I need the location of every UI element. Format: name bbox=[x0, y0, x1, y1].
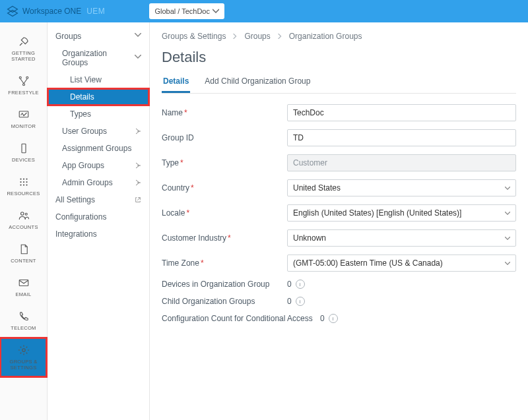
nav-accounts[interactable]: ACCOUNTS bbox=[0, 203, 47, 237]
breadcrumb-item[interactable]: Groups & Settings bbox=[162, 32, 226, 41]
arrow-right-icon bbox=[135, 128, 141, 135]
svg-point-16 bbox=[26, 184, 27, 185]
nav-devices[interactable]: DEVICES bbox=[0, 136, 47, 169]
sidepanel-integrations[interactable]: Integrations bbox=[48, 225, 149, 243]
breadcrumb: Groups & Settings Groups Organization Gr… bbox=[162, 32, 516, 41]
industry-label: Customer Industry* bbox=[162, 233, 287, 243]
topbar: Workspace ONE UEM Global / TechDoc bbox=[0, 0, 528, 22]
nav-getting-started[interactable]: GETTING STARTED bbox=[0, 29, 47, 69]
chevron-right-icon bbox=[232, 34, 238, 39]
sidepanel-app-groups[interactable]: App Groups bbox=[48, 157, 149, 174]
nav-email[interactable]: EMAIL bbox=[0, 270, 47, 304]
config-count-label: Configuration Count for Conditional Acce… bbox=[162, 314, 320, 323]
info-icon[interactable]: i bbox=[296, 280, 305, 289]
gear-icon bbox=[18, 344, 30, 356]
grid-icon bbox=[18, 176, 30, 188]
timezone-select[interactable]: (GMT-05:00) Eastern Time (US & Canada) bbox=[287, 255, 516, 272]
svg-point-8 bbox=[20, 178, 21, 179]
brand-name: Workspace ONE bbox=[22, 7, 81, 16]
breadcrumb-item[interactable]: Organization Groups bbox=[289, 32, 362, 41]
country-select[interactable]: United States bbox=[287, 179, 516, 196]
arrow-right-icon bbox=[135, 179, 141, 186]
svg-point-3 bbox=[26, 76, 28, 78]
org-selector-label: Global / TechDoc bbox=[154, 7, 210, 15]
sidepanel-details[interactable]: Details bbox=[48, 88, 149, 105]
chevron-right-icon bbox=[277, 34, 282, 39]
svg-point-15 bbox=[22, 184, 24, 185]
svg-point-4 bbox=[22, 84, 24, 86]
chevron-down-icon bbox=[213, 8, 219, 15]
device-icon bbox=[18, 142, 30, 154]
nav-freestyle[interactable]: FREESTYLE bbox=[0, 69, 47, 102]
type-field: Customer bbox=[287, 154, 516, 171]
svg-point-18 bbox=[25, 213, 27, 215]
monitor-icon bbox=[18, 109, 30, 121]
svg-rect-6 bbox=[22, 144, 26, 153]
sidepanel-admin-groups[interactable]: Admin Groups bbox=[48, 174, 149, 191]
left-nav-rail: GETTING STARTED FREESTYLE MONITOR DEVICE… bbox=[0, 22, 48, 420]
type-label: Type* bbox=[162, 158, 287, 167]
phone-icon bbox=[18, 311, 30, 322]
accounts-icon bbox=[18, 210, 30, 222]
svg-point-2 bbox=[19, 76, 21, 78]
svg-marker-0 bbox=[8, 7, 18, 13]
sidepanel-configurations[interactable]: Configurations bbox=[48, 208, 149, 225]
svg-point-11 bbox=[20, 181, 21, 183]
name-input[interactable] bbox=[287, 104, 516, 121]
email-icon bbox=[18, 277, 30, 289]
document-icon bbox=[18, 243, 30, 255]
main-content: Groups & Settings Groups Organization Gr… bbox=[150, 22, 528, 420]
group-id-label: Group ID bbox=[162, 133, 287, 142]
svg-point-14 bbox=[20, 184, 21, 185]
group-id-input[interactable] bbox=[287, 129, 516, 146]
rocket-icon bbox=[18, 36, 30, 47]
info-icon[interactable]: i bbox=[329, 314, 338, 323]
svg-point-12 bbox=[22, 181, 24, 183]
sidepanel-list-view[interactable]: List View bbox=[48, 71, 149, 88]
info-icon[interactable]: i bbox=[296, 297, 305, 306]
name-label: Name* bbox=[162, 108, 287, 117]
svg-marker-1 bbox=[8, 11, 18, 16]
child-groups-label: Child Organization Groups bbox=[162, 297, 287, 306]
breadcrumb-item[interactable]: Groups bbox=[244, 32, 270, 41]
svg-rect-5 bbox=[19, 111, 28, 117]
sidepanel-groups[interactable]: Groups bbox=[48, 28, 149, 45]
nav-telecom[interactable]: TELECOM bbox=[0, 304, 47, 338]
child-groups-value: 0 bbox=[287, 297, 292, 306]
arrow-right-icon bbox=[135, 162, 141, 169]
brand: Workspace ONE UEM bbox=[7, 5, 105, 17]
brand-sub: UEM bbox=[86, 7, 105, 16]
sidepanel-all-settings[interactable]: All Settings bbox=[48, 191, 149, 208]
page-title: Details bbox=[162, 49, 516, 66]
locale-select[interactable]: English (United States) [English (United… bbox=[287, 204, 516, 222]
svg-point-13 bbox=[26, 181, 27, 183]
sidepanel-assignment-groups[interactable]: Assignment Groups bbox=[48, 140, 149, 157]
nav-groups-settings[interactable]: GROUPS & SETTINGS bbox=[0, 338, 47, 377]
devices-value: 0 bbox=[287, 280, 292, 289]
sidepanel-user-groups[interactable]: User Groups bbox=[48, 123, 149, 140]
svg-point-10 bbox=[26, 178, 27, 179]
country-label: Country* bbox=[162, 183, 287, 193]
tab-add-child[interactable]: Add Child Organization Group bbox=[203, 73, 312, 93]
nav-resources[interactable]: RESOURCES bbox=[0, 169, 47, 203]
tabs: Details Add Child Organization Group bbox=[162, 73, 516, 94]
flow-icon bbox=[18, 75, 30, 87]
org-selector-dropdown[interactable]: Global / TechDoc bbox=[149, 3, 224, 19]
timezone-label: Time Zone* bbox=[162, 258, 287, 268]
chevron-down-icon bbox=[135, 55, 141, 61]
sidepanel-org-groups[interactable]: Organization Groups bbox=[48, 45, 149, 71]
sidepanel-types[interactable]: Types bbox=[48, 105, 149, 123]
locale-label: Locale* bbox=[162, 208, 287, 218]
svg-point-20 bbox=[22, 349, 25, 352]
chevron-down-icon bbox=[135, 33, 141, 40]
side-panel: Groups Organization Groups List View Det… bbox=[48, 22, 150, 420]
svg-point-17 bbox=[20, 212, 24, 216]
external-link-icon bbox=[135, 196, 141, 203]
svg-rect-19 bbox=[19, 280, 28, 286]
config-count-value: 0 bbox=[320, 314, 325, 323]
nav-monitor[interactable]: MONITOR bbox=[0, 102, 47, 136]
svg-point-9 bbox=[22, 178, 24, 179]
tab-details[interactable]: Details bbox=[162, 73, 190, 93]
industry-select[interactable]: Unknown bbox=[287, 229, 516, 247]
nav-content[interactable]: CONTENT bbox=[0, 237, 47, 270]
